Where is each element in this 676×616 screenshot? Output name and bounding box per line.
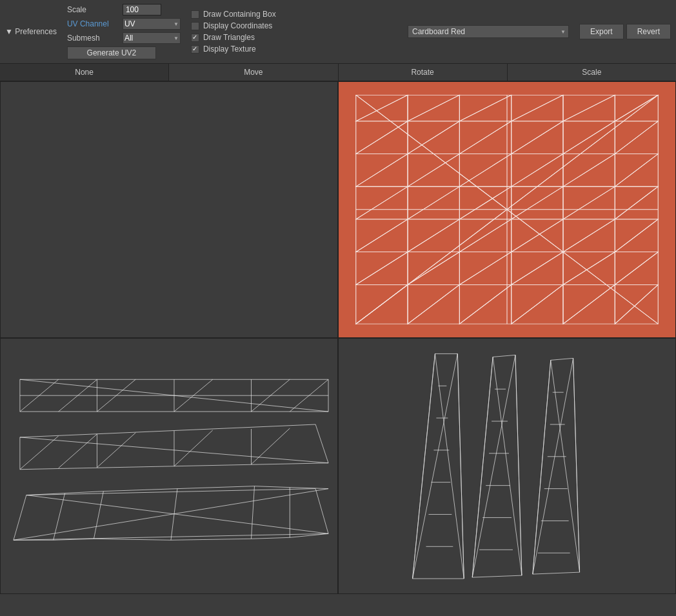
- display-coordinates-row: Display Coordinates: [191, 21, 276, 30]
- viewport-area: [0, 81, 676, 594]
- svg-marker-61: [356, 252, 408, 285]
- draw-containing-box-label: Draw Containing Box: [203, 10, 276, 19]
- svg-line-149: [472, 355, 515, 577]
- svg-line-90: [356, 210, 507, 324]
- svg-line-130: [94, 539, 171, 540]
- svg-line-118: [94, 491, 103, 539]
- viewport-bottom-right[interactable]: [338, 338, 676, 595]
- svg-line-109: [20, 435, 59, 469]
- uv-channel-select[interactable]: UV UV2: [123, 18, 181, 30]
- svg-line-125: [177, 486, 255, 488]
- svg-marker-55: [512, 219, 563, 252]
- texture-section: Cardboard Red Default: [408, 25, 569, 38]
- svg-marker-45: [563, 186, 615, 219]
- svg-marker-5: [459, 95, 511, 121]
- texture-select[interactable]: Cardboard Red Default: [408, 25, 569, 38]
- preferences-label: ▼ Preferences: [5, 27, 57, 36]
- svg-marker-134: [413, 353, 464, 579]
- toolbar-rotate[interactable]: Rotate: [339, 64, 508, 81]
- toolbar-move[interactable]: Move: [169, 64, 338, 81]
- svg-line-110: [59, 433, 97, 468]
- svg-marker-67: [512, 252, 563, 285]
- uv-channel-select-wrapper: UV UV2: [123, 18, 181, 30]
- svg-line-126: [254, 486, 290, 487]
- submesh-label: Submesh: [67, 34, 119, 43]
- svg-marker-11: [615, 95, 658, 121]
- svg-line-160: [533, 358, 573, 574]
- svg-line-135: [413, 353, 435, 579]
- generate-uv2-button[interactable]: Generate UV2: [67, 46, 156, 59]
- svg-line-136: [457, 353, 464, 579]
- submesh-select[interactable]: All 0 1: [123, 32, 181, 44]
- revert-button[interactable]: Revert: [626, 24, 671, 39]
- svg-marker-63: [408, 252, 459, 285]
- svg-line-157: [533, 360, 551, 574]
- display-coordinates-checkbox[interactable]: [191, 22, 199, 30]
- toolbar-scale[interactable]: Scale: [508, 64, 676, 81]
- svg-marker-83: [615, 284, 658, 324]
- action-buttons: Export Revert: [579, 24, 671, 39]
- svg-line-91: [507, 210, 658, 324]
- svg-line-146: [472, 357, 493, 577]
- svg-marker-65: [459, 252, 511, 285]
- svg-marker-27: [408, 154, 459, 187]
- svg-line-148: [493, 357, 522, 575]
- svg-line-111: [97, 432, 135, 467]
- svg-marker-79: [512, 284, 563, 324]
- svg-marker-59: [615, 219, 658, 252]
- viewport-top-left[interactable]: [0, 81, 338, 338]
- svg-line-116: [14, 488, 328, 540]
- draw-containing-box-checkbox[interactable]: [191, 10, 199, 19]
- svg-marker-81: [563, 284, 615, 324]
- uv-channel-label: UV Channel: [67, 19, 119, 28]
- svg-line-127: [290, 487, 328, 488]
- svg-marker-43: [512, 186, 563, 219]
- svg-marker-53: [459, 219, 511, 252]
- scale-label: Scale: [67, 5, 119, 14]
- viewport-top-right[interactable]: [338, 81, 676, 338]
- submesh-select-wrapper: All 0 1: [123, 32, 181, 44]
- display-texture-label: Display Texture: [203, 45, 256, 54]
- scale-row: Scale: [67, 4, 181, 15]
- svg-line-131: [171, 539, 252, 540]
- svg-marker-13: [356, 121, 408, 154]
- draw-triangles-checkbox[interactable]: [191, 34, 199, 42]
- display-coordinates-label: Display Coordinates: [203, 21, 272, 30]
- scale-input[interactable]: [123, 4, 161, 15]
- svg-marker-31: [512, 154, 563, 187]
- svg-line-112: [174, 430, 213, 466]
- display-texture-checkbox[interactable]: [191, 45, 199, 54]
- svg-marker-9: [563, 95, 615, 121]
- draw-triangles-label: Draw Triangles: [203, 33, 255, 42]
- svg-marker-77: [459, 284, 511, 324]
- uv-channel-row: UV Channel UV UV2: [67, 18, 181, 30]
- svg-marker-33: [563, 154, 615, 187]
- top-bar: ▼ Preferences Scale UV Channel UV UV2 Su…: [0, 0, 676, 64]
- toolbar-none[interactable]: None: [0, 64, 169, 81]
- svg-marker-75: [408, 284, 459, 324]
- svg-marker-25: [356, 154, 408, 187]
- svg-marker-69: [563, 252, 615, 285]
- svg-marker-41: [459, 186, 511, 219]
- bottom-right-wireframe: [339, 339, 675, 594]
- svg-line-158: [573, 358, 580, 572]
- preferences-section: Scale UV Channel UV UV2 Submesh All 0 1: [67, 4, 181, 59]
- svg-marker-39: [408, 186, 459, 219]
- toolbar-row: None Move Rotate Scale: [0, 64, 676, 81]
- svg-line-113: [252, 428, 290, 464]
- svg-line-120: [54, 493, 65, 540]
- svg-line-119: [252, 486, 255, 539]
- checkbox-section: Draw Containing Box Display Coordinates …: [191, 10, 276, 54]
- uv-wireframe-svg: [339, 82, 675, 337]
- viewport-bottom-left[interactable]: [0, 338, 338, 595]
- svg-marker-156: [533, 358, 580, 574]
- svg-marker-51: [408, 219, 459, 252]
- export-button[interactable]: Export: [579, 24, 624, 39]
- texture-select-wrapper: Cardboard Red Default: [408, 25, 569, 38]
- preferences-title: ▼ Preferences: [5, 27, 57, 36]
- svg-line-124: [103, 488, 177, 491]
- svg-marker-1: [356, 95, 408, 121]
- submesh-row: Submesh All 0 1: [67, 32, 181, 44]
- svg-marker-57: [563, 219, 615, 252]
- svg-line-123: [65, 491, 104, 493]
